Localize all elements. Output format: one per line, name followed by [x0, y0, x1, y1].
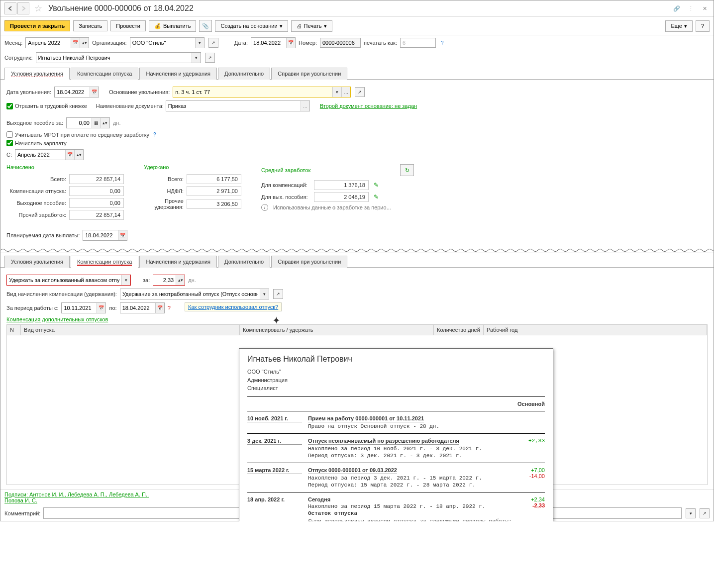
vacation-usage-popup: Игнатьев Николай Петрович ООО "Стиль" Ад… — [239, 348, 553, 521]
help-icon[interactable]: ? — [153, 132, 156, 137]
for-input[interactable]: ▴▾ — [153, 275, 185, 286]
more-dots-icon[interactable]: … — [341, 87, 350, 97]
avg-header: Средний заработок — [261, 167, 310, 173]
pay-button[interactable]: 💰Выплатить — [149, 20, 196, 32]
org-label: Организация: — [92, 40, 126, 46]
calendar-icon[interactable]: 📅 — [118, 230, 127, 240]
kebab-icon[interactable]: ⋮ — [686, 3, 696, 13]
spinner-icon[interactable]: ▴▾ — [176, 275, 185, 285]
comment-label: Комментарий: — [4, 510, 40, 516]
plan-date-input[interactable]: 📅 — [83, 230, 127, 241]
employee-input[interactable]: ▾ — [36, 52, 201, 63]
calendar-icon[interactable]: 📅 — [155, 303, 164, 313]
tab-certificates-2[interactable]: Справки при увольнении — [271, 256, 347, 268]
org-input[interactable]: ▾ — [130, 37, 204, 48]
mrot-label: Учитывать МРОТ при оплате по среднему за… — [15, 132, 149, 138]
accrual-type-input[interactable]: ▾ — [120, 289, 269, 299]
month-input[interactable]: 📅 ▴▾ — [25, 37, 89, 48]
mrot-checkbox[interactable] — [6, 131, 13, 138]
s-input[interactable]: 📅 ▴▾ — [15, 149, 84, 160]
open-ext-icon[interactable]: ↗ — [208, 38, 218, 48]
period-from-label: За период работы с: — [6, 305, 58, 311]
chevron-down-icon[interactable]: ▾ — [332, 87, 341, 97]
basis-input[interactable]: ▾ … — [173, 87, 351, 98]
date-input[interactable]: 📅 — [251, 37, 296, 48]
reflect-label: Отразить в трудовой книжке — [15, 103, 87, 109]
calendar-icon[interactable]: 📅 — [97, 303, 105, 313]
tab-additional-2[interactable]: Дополнительно — [218, 256, 270, 268]
how-used-link[interactable]: Как сотрудник использовал отпуск? — [185, 302, 282, 311]
severance-label: Выходное пособие за: — [6, 120, 63, 126]
severance-input[interactable]: ▦ ▴▾ — [66, 117, 110, 128]
open-ext-icon[interactable]: ↗ — [205, 53, 215, 63]
tab-accruals-2[interactable]: Начисления и удержания — [139, 256, 217, 268]
calendar-icon[interactable]: 📅 — [286, 38, 295, 48]
help-button[interactable]: ? — [696, 20, 710, 32]
create-based-button[interactable]: Создать на основании ▾ — [215, 20, 288, 32]
post-and-close-button[interactable]: Провести и закрыть — [4, 20, 70, 31]
tab-additional[interactable]: Дополнительно — [218, 68, 270, 80]
tab-conditions-2[interactable]: Условия увольнения — [4, 256, 70, 268]
spinner-icon[interactable]: ▴▾ — [74, 150, 83, 160]
calendar-icon[interactable]: 📅 — [90, 87, 99, 97]
number-label: Номер: — [299, 40, 317, 46]
period-from-input[interactable]: 📅 — [61, 302, 106, 313]
open-ext-icon[interactable]: ↗ — [273, 289, 283, 299]
doc-name-input[interactable]: … — [166, 100, 310, 111]
spinner-icon[interactable]: ▴▾ — [101, 118, 109, 128]
second-doc-link[interactable]: Второй документ основание: не задан — [320, 103, 417, 109]
forward-button[interactable] — [17, 2, 29, 14]
signatures-link-2[interactable]: Попова И. С. — [4, 497, 37, 503]
chevron-down-icon: ▾ — [324, 23, 327, 29]
number-input[interactable] — [320, 38, 361, 48]
action-select[interactable]: ▾ — [6, 275, 131, 286]
chevron-down-icon[interactable]: ▾ — [686, 508, 696, 518]
warn-icon: ? — [168, 305, 171, 311]
plan-date-label: Планируемая дата выплаты: — [6, 232, 80, 238]
more-button[interactable]: Еще ▾ — [665, 20, 692, 32]
dismiss-date-label: Дата увольнения: — [6, 89, 51, 95]
refresh-button[interactable]: ↻ — [400, 164, 414, 176]
col-year: Рабочий год — [484, 325, 707, 335]
accrual-type-label: Вид начисления компенсации (удержания): — [6, 291, 117, 297]
print-as-input[interactable] — [400, 38, 436, 48]
close-icon[interactable]: ✕ — [700, 3, 710, 13]
tab-compensation-2[interactable]: Компенсации отпуска — [71, 256, 138, 268]
tab-certificates[interactable]: Справки при увольнении — [271, 68, 347, 80]
signatures-link-1[interactable]: Подписи: Антонов И. И., Лебедева А. П., … — [4, 491, 149, 497]
pencil-icon[interactable]: ✎ — [374, 182, 379, 189]
post-button[interactable]: Провести — [110, 20, 146, 31]
spinner-icon[interactable]: ▴▾ — [80, 38, 89, 48]
calendar-icon[interactable]: 📅 — [71, 38, 80, 48]
tab-accruals[interactable]: Начисления и удержания — [139, 68, 217, 80]
reflect-checkbox[interactable] — [6, 103, 13, 109]
chevron-down-icon: ▾ — [684, 23, 687, 29]
favorite-star-icon[interactable]: ☆ — [32, 2, 44, 14]
help-icon[interactable]: ? — [441, 40, 444, 46]
pencil-icon[interactable]: ✎ — [374, 194, 379, 200]
period-to-input[interactable]: 📅 — [120, 302, 165, 313]
link-icon[interactable]: 🔗 — [672, 3, 682, 13]
print-button[interactable]: 🖨 Печать ▾ — [291, 20, 332, 32]
col-days: Количество дней — [434, 325, 484, 335]
accrue-checkbox[interactable] — [6, 140, 13, 146]
chevron-down-icon[interactable]: ▾ — [192, 53, 201, 63]
tab-compensation[interactable]: Компенсации отпуска — [71, 68, 138, 80]
open-ext-icon[interactable]: ↗ — [700, 508, 710, 518]
attach-button[interactable]: 📎 — [199, 20, 212, 32]
chevron-down-icon[interactable]: ▾ — [195, 38, 204, 48]
calendar-icon[interactable]: 📅 — [65, 150, 74, 160]
basis-label: Основание увольнения: — [109, 89, 170, 95]
more-dots-icon[interactable]: … — [301, 101, 309, 111]
save-button[interactable]: Записать — [73, 20, 107, 31]
chevron-down-icon[interactable]: ▾ — [121, 275, 130, 285]
for-unit: дн. — [188, 277, 196, 283]
calc-icon[interactable]: ▦ — [92, 118, 101, 128]
dismiss-date-input[interactable]: 📅 — [54, 87, 99, 98]
tab-conditions[interactable]: Условия увольнения — [4, 68, 70, 80]
back-button[interactable] — [4, 2, 16, 14]
popup-dept: Администрация — [247, 376, 545, 385]
chevron-down-icon[interactable]: ▾ — [260, 289, 269, 299]
info-text: Использованы данные о заработке за перио… — [273, 204, 391, 210]
open-ext-icon[interactable]: ↗ — [355, 87, 365, 97]
